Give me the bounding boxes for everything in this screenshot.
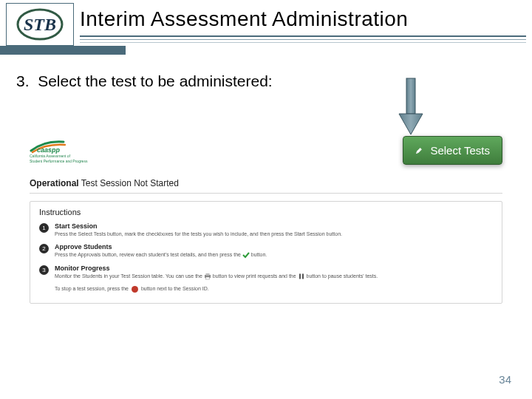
instruction-row-3: 3 Monitor Progress Monitor the Students … [39, 265, 493, 280]
pause-icon [298, 273, 305, 280]
svg-rect-8 [299, 274, 301, 279]
svg-text:caaspp: caaspp [37, 146, 61, 154]
pointer-arrow [396, 77, 426, 140]
pencil-icon [415, 147, 423, 154]
page-number: 34 [499, 373, 511, 386]
caaspp-tagline-1: California Assessment of [30, 154, 89, 159]
accent-bar [0, 46, 126, 55]
stb-logo: STB [6, 3, 74, 46]
svg-rect-6 [205, 273, 209, 276]
instructions-panel: Instructions 1 Start Session Press the S… [30, 201, 502, 304]
checkmark-icon [242, 251, 250, 259]
instruction-desc-1: Press the Select Tests button, mark the … [55, 231, 342, 237]
instruction-title-3: Monitor Progress [55, 265, 378, 272]
caaspp-tagline-2: Student Performance and Progress [30, 160, 89, 164]
session-status-bold: Operational [30, 178, 79, 188]
slide-title: Interim Assessment Administration [80, 7, 526, 31]
svg-rect-9 [302, 274, 304, 279]
stop-session-note: To stop a test session, press the button… [39, 286, 493, 293]
instruction-row-2: 2 Approve Students Press the Approvals b… [39, 243, 493, 259]
svg-text:STB: STB [24, 15, 56, 34]
step-number: 3. [16, 72, 30, 89]
print-icon [204, 273, 211, 280]
step-text: Select the test to be administered: [38, 72, 273, 89]
step-badge-2: 2 [39, 244, 49, 253]
stop-icon [132, 286, 138, 293]
instruction-desc-3: Monitor the Students in your Test Sessio… [55, 273, 378, 280]
instruction-row-1: 1 Start Session Press the Select Tests b… [39, 222, 493, 237]
instruction-desc-2: Press the Approvals button, review each … [55, 251, 267, 259]
caaspp-logo: caaspp California Assessment of Student … [30, 137, 89, 163]
title-underline [80, 35, 526, 43]
step-badge-3: 3 [39, 265, 49, 275]
instruction-title-2: Approve Students [55, 243, 267, 250]
svg-rect-2 [406, 78, 415, 114]
select-tests-button[interactable]: Select Tests [403, 136, 502, 165]
step-instruction: 3. Select the test to be administered: [16, 72, 516, 90]
svg-rect-7 [205, 277, 209, 279]
instructions-heading: Instructions [39, 208, 493, 216]
divider [30, 193, 502, 194]
session-status: Operational Test Session Not Started [30, 178, 502, 188]
session-status-rest: Test Session Not Started [79, 178, 179, 188]
svg-marker-3 [399, 114, 423, 134]
instruction-title-1: Start Session [55, 222, 342, 230]
select-tests-label: Select Tests [430, 144, 490, 157]
step-badge-1: 1 [39, 223, 49, 233]
embedded-screenshot: caaspp California Assessment of Student … [30, 136, 502, 304]
